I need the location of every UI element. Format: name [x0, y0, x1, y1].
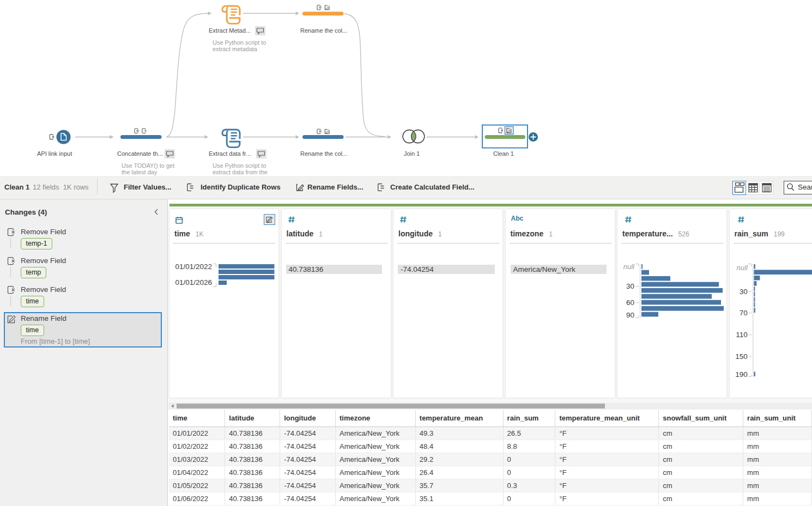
svg-text:70: 70: [739, 309, 747, 317]
svg-text:30: 30: [739, 288, 747, 296]
svg-text:90: 90: [626, 311, 634, 319]
svg-text:110: 110: [736, 331, 748, 339]
svg-text:null: null: [623, 263, 635, 271]
svg-text:01/01/2022: 01/01/2022: [175, 263, 212, 271]
svg-text:30: 30: [626, 282, 634, 290]
svg-text:150: 150: [735, 352, 748, 361]
svg-text:190: 190: [735, 370, 748, 379]
svg-text:null: null: [736, 264, 748, 272]
svg-text:01/01/2026: 01/01/2026: [175, 278, 212, 286]
svg-text:60: 60: [626, 298, 634, 307]
